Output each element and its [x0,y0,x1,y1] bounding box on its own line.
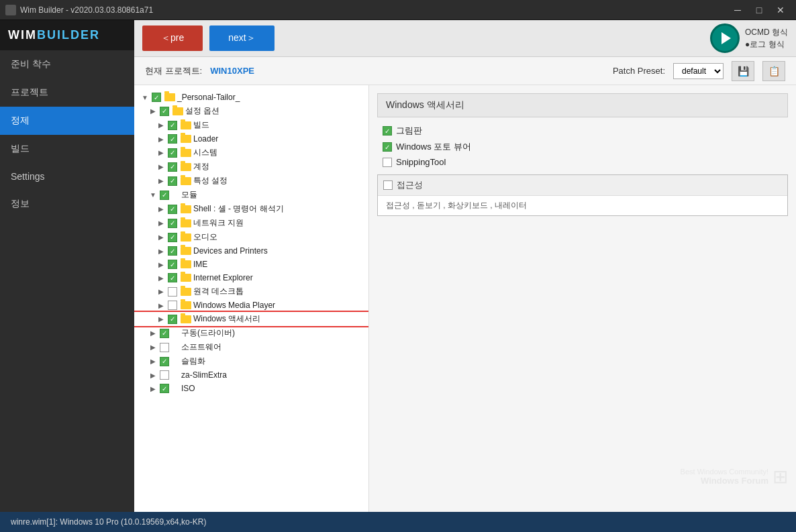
tree-item-personal-tailor[interactable]: ▼ _Personal-Tailor_ [134,91,368,104]
tree-item-special[interactable]: ▶ 특성 설정 [134,174,368,188]
sidebar-item-info[interactable]: 정보 [0,190,134,218]
panel-checkbox-accessibility[interactable] [383,180,393,190]
tree-item-shell[interactable]: ▶ Shell : 셸 - 명령어 해석기 [134,202,368,216]
tree-item-software[interactable]: ▶ 소프트웨어 [134,340,368,354]
expand-modules[interactable]: ▼ [148,190,158,201]
expand-media-player[interactable]: ▶ [156,300,166,311]
checkbox-personal-tailor[interactable] [152,93,161,102]
expand-remote[interactable]: ▶ [156,286,166,297]
panel-item-snipping-tool[interactable]: SnippingTool [377,155,788,169]
checkbox-settings-opts[interactable] [160,107,169,116]
checkbox-network[interactable] [168,219,177,228]
checkbox-build[interactable] [168,121,177,130]
checkbox-account[interactable] [168,162,177,172]
expand-devices[interactable]: ▶ [156,246,166,256]
expand-network[interactable]: ▶ [156,218,166,229]
panel-checkbox-paint[interactable] [383,126,392,136]
checkbox-ime[interactable] [168,260,177,269]
ocmd-icon[interactable] [710,23,740,53]
panel-item-paint[interactable]: 그림판 [377,123,788,139]
expand-ie[interactable]: ▶ [156,272,166,283]
expand-settings-opts[interactable]: ▶ [148,106,158,117]
checkbox-devices[interactable] [168,246,177,256]
checkbox-remote[interactable] [168,287,177,297]
maximize-button[interactable]: □ [749,3,769,17]
tree-item-modules[interactable]: ▼ 모듈 [134,188,368,202]
expand-drivers[interactable]: ▶ [148,328,158,339]
folder-icon-account [181,163,191,171]
checkbox-slim[interactable] [160,357,169,366]
expand-system[interactable]: ▶ [156,148,166,158]
expand-loader[interactable]: ▶ [156,134,166,144]
expand-slim[interactable]: ▶ [148,356,158,367]
checkbox-software[interactable] [160,343,169,352]
tree-item-network[interactable]: ▶ 네트워크 지원 [134,216,368,230]
sidebar-item-build[interactable]: 빌드 [0,135,134,163]
folder-icon-special [181,177,191,185]
tree-item-media-player[interactable]: ▶ Windows Media Player [134,299,368,312]
expand-account[interactable]: ▶ [156,162,166,172]
tree-text-software: 소프트웨어 [181,341,221,353]
tree-item-settings-opts[interactable]: ▶ 설정 옵션 [134,104,368,118]
tree-item-system[interactable]: ▶ 시스템 [134,146,368,160]
tree-item-remote[interactable]: ▶ 원격 데스크톱 [134,284,368,299]
checkbox-shell[interactable] [168,205,177,214]
panel-checkbox-photo-viewer[interactable] [383,142,392,152]
sidebar-item-project[interactable]: 프로젝트 [0,78,134,107]
tree-item-loader[interactable]: ▶ Loader [134,132,368,146]
tree-item-iso[interactable]: ▶ ISO [134,382,368,395]
tree-item-drivers[interactable]: ▶ 구동(드라이버) [134,326,368,340]
tree-item-devices[interactable]: ▶ Devices and Printers [134,244,368,258]
checkbox-drivers[interactable] [160,329,169,338]
next-button[interactable]: next＞ [209,25,274,51]
expand-za-slimextra[interactable]: ▶ [148,370,158,380]
tree-item-audio[interactable]: ▶ 오디오 [134,230,368,244]
expand-special[interactable]: ▶ [156,176,166,187]
tree-container[interactable]: ▼ _Personal-Tailor_ ▶ 설정 옵션 ▶ [134,85,369,512]
tree-item-windows-accessories[interactable]: ▶ Windows 액세서리 [134,312,368,326]
window-controls[interactable]: ─ □ ✕ [728,3,791,17]
sidebar-item-jeongje[interactable]: 정제 [0,107,134,135]
expand-shell[interactable]: ▶ [156,204,166,215]
windows-logo-icon: ⊞ [773,466,788,488]
pre-button[interactable]: ＜pre [142,25,203,51]
save-button[interactable]: 💾 [732,61,754,81]
checkbox-modules[interactable] [160,191,169,200]
tree-item-ie[interactable]: ▶ Internet Explorer [134,271,368,284]
expand-audio[interactable]: ▶ [156,232,166,243]
checkbox-media-player[interactable] [168,301,177,310]
expand-personal-tailor[interactable]: ▼ [140,92,150,103]
expand-iso[interactable]: ▶ [148,383,158,394]
tree-item-ime[interactable]: ▶ IME [134,258,368,271]
checkbox-iso[interactable] [160,384,169,393]
sidebar-item-settings[interactable]: Settings [0,163,134,190]
patch-select[interactable]: default [673,63,724,79]
export-button[interactable]: 📋 [762,61,785,81]
titlebar: Wim Builder - v2020.03.03.80861a71 ─ □ ✕ [0,0,796,20]
right-panel: Windows 액세서리 그림판 Windows 포토 뷰어 SnippingT… [369,85,796,512]
checkbox-ie[interactable] [168,273,177,282]
checkbox-za-slimextra[interactable] [160,370,169,380]
checkbox-special[interactable] [168,176,177,186]
close-button[interactable]: ✕ [770,3,791,17]
toolbar-right: OCMD 형식 ●로그 형식 [710,23,788,53]
checkbox-audio[interactable] [168,233,177,242]
sidebar-item-ready[interactable]: 준비 착수 [0,50,134,78]
expand-windows-accessories[interactable]: ▶ [156,314,166,325]
tree-item-account[interactable]: ▶ 계정 [134,160,368,174]
tree-text-media-player: Windows Media Player [193,301,275,310]
tree-item-build[interactable]: ▶ 빌드 [134,118,368,132]
checkbox-system[interactable] [168,148,177,158]
checkbox-windows-accessories[interactable] [168,315,177,324]
expand-build[interactable]: ▶ [156,120,166,131]
checkbox-loader[interactable] [168,134,177,144]
expand-ime[interactable]: ▶ [156,259,166,270]
tree-item-slim[interactable]: ▶ 슬림화 [134,354,368,368]
panel-checkbox-snipping-tool[interactable] [383,158,392,167]
expand-software[interactable]: ▶ [148,342,158,353]
minimize-button[interactable]: ─ [728,3,748,17]
folder-icon [164,93,175,101]
tree-text-modules: 모듈 [181,189,197,201]
panel-item-photo-viewer[interactable]: Windows 포토 뷰어 [377,139,788,155]
tree-item-za-slimextra[interactable]: ▶ za-SlimExtra [134,368,368,382]
